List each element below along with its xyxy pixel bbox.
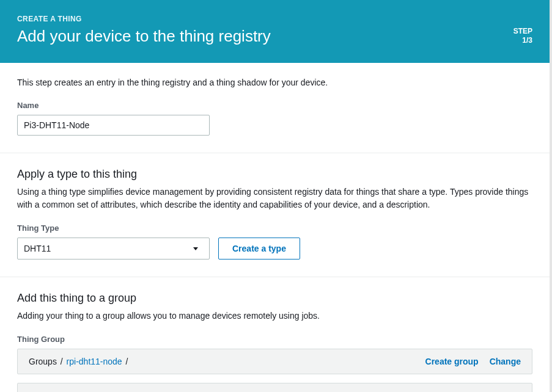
group-path: Groups / rpi-dht11-node /: [29, 357, 129, 366]
page-header: CREATE A THING Add your device to the th…: [0, 0, 550, 63]
create-group-button[interactable]: Create group: [425, 357, 479, 366]
caret-down-icon: [193, 247, 198, 250]
name-section: This step creates an entry in the thing …: [0, 63, 550, 153]
page-title: Add your device to the thing registry: [17, 27, 513, 46]
group-row: Groups / rpi-dht11-node / Create group C…: [17, 349, 532, 374]
breadcrumb: CREATE A THING: [17, 15, 513, 23]
change-group-button[interactable]: Change: [490, 357, 521, 366]
group-row: Groups / Create group Change: [17, 383, 532, 392]
group-section-title: Add this thing to a group: [17, 292, 532, 305]
create-type-button[interactable]: Create a type: [218, 238, 300, 260]
group-section-description: Adding your thing to a group allows you …: [17, 310, 532, 322]
name-input[interactable]: [17, 115, 210, 136]
group-root: Groups: [29, 357, 57, 366]
group-section: Add this thing to a group Adding your th…: [0, 277, 550, 392]
thing-type-label: Thing Type: [17, 223, 532, 233]
step-description: This step creates an entry in the thing …: [17, 78, 532, 87]
group-node-link[interactable]: rpi-dht11-node: [67, 357, 122, 366]
path-separator: /: [61, 357, 63, 366]
path-separator: /: [126, 357, 128, 366]
thing-type-select[interactable]: DHT11: [17, 238, 210, 260]
type-section-title: Apply a type to this thing: [17, 168, 532, 181]
step-label: STEP: [513, 27, 532, 37]
name-label: Name: [17, 101, 532, 110]
step-count: 1/3: [513, 36, 532, 46]
type-section: Apply a type to this thing Using a thing…: [0, 153, 550, 277]
type-section-description: Using a thing type simplifies device man…: [17, 186, 532, 211]
thing-type-selected: DHT11: [24, 244, 51, 253]
thing-group-label: Thing Group: [17, 335, 532, 344]
step-indicator: STEP 1/3: [513, 27, 532, 46]
